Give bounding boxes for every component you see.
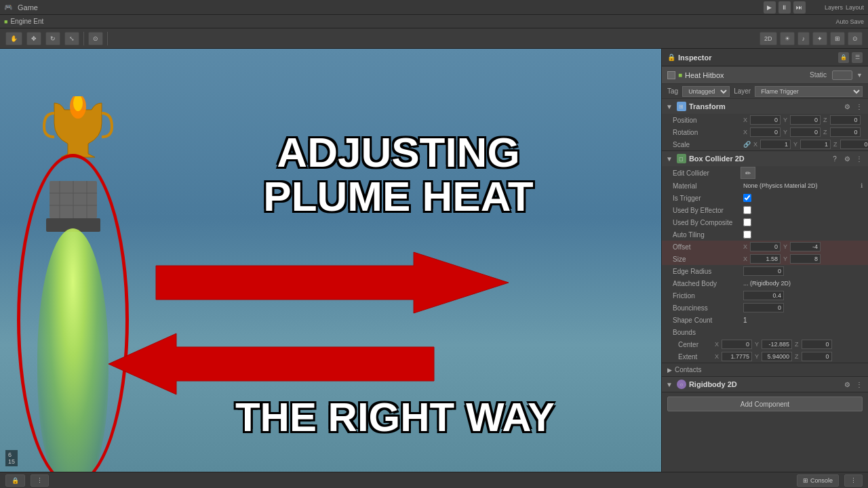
bounds-extent-y-input[interactable] <box>762 352 792 361</box>
tag-layer-row: Tag Untagged Layer Flame Trigger <box>662 84 868 99</box>
lock-btn[interactable]: 🔒 <box>5 474 25 487</box>
rot-z-axis: Z <box>823 129 827 136</box>
bounds-center-z-input[interactable] <box>802 340 832 349</box>
size-x-input[interactable] <box>750 254 781 264</box>
position-y-input[interactable] <box>790 115 821 125</box>
toolbar-scene-btn[interactable]: ⊞ <box>830 32 845 45</box>
position-z-input[interactable] <box>830 115 861 125</box>
rotation-z-input[interactable] <box>830 127 861 137</box>
rotation-label: Rotation <box>673 129 741 136</box>
rot-x-axis: X <box>743 129 747 136</box>
trophy-svg <box>41 96 115 184</box>
add-component-btn[interactable]: Add Component <box>667 396 863 411</box>
game-icon: 🎮 <box>4 3 12 11</box>
transform-settings-btn[interactable]: ⚙ <box>842 102 852 111</box>
size-y-axis: Y <box>783 256 787 262</box>
rigidbody-more-btn[interactable]: ⋮ <box>854 380 864 389</box>
collider-more-btn[interactable]: ⋮ <box>854 154 864 163</box>
inspector-lock-icon[interactable]: 🔒 <box>838 52 849 63</box>
edge-radius-input[interactable] <box>743 266 784 276</box>
rotation-x-input[interactable] <box>750 127 781 137</box>
friction-label: Friction <box>673 292 741 300</box>
box-collider-header[interactable]: ▼ ◻ Box Collider 2D ? ⚙ ⋮ <box>662 151 868 166</box>
inspector-menu-icon[interactable]: ☰ <box>852 52 863 63</box>
used-by-effector-row: Used By Effector <box>662 204 868 216</box>
used-by-composite-checkbox[interactable] <box>743 218 751 226</box>
svg-marker-9 <box>156 252 509 313</box>
collider-question-btn[interactable]: ? <box>830 154 840 163</box>
toolbar-gizmo-btn[interactable]: ⊙ <box>848 32 863 45</box>
offset-y-input[interactable] <box>790 242 821 251</box>
top-bar-title: Game <box>18 3 38 12</box>
size-y-input[interactable] <box>790 254 821 264</box>
game-view: ADJUSTING PLUME HEAT THE RIGHT WAY 6 15 <box>0 49 661 472</box>
rotation-y-input[interactable] <box>790 127 821 137</box>
is-trigger-label: Is Trigger <box>673 195 741 202</box>
toolbar-pivot-btn[interactable]: ⊙ <box>88 32 103 45</box>
step-btn[interactable]: ⏭ <box>793 1 806 14</box>
top-bar: 🎮 Game ▶ ⏸ ⏭ Layers Layout <box>0 0 868 15</box>
transform-header[interactable]: ▼ ⊞ Transform ⚙ ⋮ <box>662 99 868 114</box>
toolbar-move-btn[interactable]: ✥ <box>26 32 41 45</box>
toolbar-audio-btn[interactable]: ♪ <box>797 32 810 45</box>
toolbar-sep-2 <box>107 32 108 45</box>
position-row: Position X Y Z <box>662 114 868 126</box>
toolbar-rotate-btn[interactable]: ↻ <box>45 32 60 45</box>
menu-btn[interactable]: ⋮ <box>31 474 49 487</box>
toolbar-fx-btn[interactable]: ✦ <box>812 32 827 45</box>
console-btn[interactable]: ⊞ Console <box>797 474 839 487</box>
scale-link-icon: 🔗 <box>743 141 751 148</box>
play-btn[interactable]: ▶ <box>764 1 776 14</box>
used-by-composite-label: Used By Composite <box>673 219 741 226</box>
bottom-more-btn[interactable]: ⋮ <box>844 474 863 487</box>
bounds-center-y-input[interactable] <box>762 340 792 349</box>
attached-body-label: Attached Body <box>673 280 741 287</box>
tag-dropdown[interactable]: Untagged <box>682 86 730 97</box>
toolbar-2d-btn[interactable]: 2D <box>760 32 777 45</box>
scale-values: 🔗 X Y Z <box>743 140 868 149</box>
edge-radius-row: Edge Radius <box>662 265 868 277</box>
rigidbody-header[interactable]: ▼ ○ Rigidbody 2D ⚙ ⋮ <box>662 377 868 392</box>
toolbar-light-btn[interactable]: ☀ <box>780 32 795 45</box>
toolbar-hand-btn[interactable]: ✋ <box>5 32 22 45</box>
is-trigger-checkbox[interactable] <box>743 194 751 202</box>
static-toggle[interactable] <box>832 70 852 80</box>
friction-input[interactable] <box>743 291 784 300</box>
collider-arrow-icon: ▼ <box>666 155 673 163</box>
bounds-center-label: Center <box>678 341 712 348</box>
scale-y-input[interactable] <box>800 140 831 149</box>
object-active-checkbox[interactable] <box>667 71 675 79</box>
rigidbody-arrow-icon: ▼ <box>666 381 673 388</box>
contacts-arrow-icon: ▶ <box>667 367 672 373</box>
offset-values: X Y <box>743 242 863 251</box>
bounciness-row: Bounciness <box>662 302 868 314</box>
size-values: X Y <box>743 254 863 264</box>
edit-collider-btn[interactable]: ✏ <box>741 167 755 179</box>
offset-x-input[interactable] <box>750 242 781 251</box>
used-by-effector-checkbox[interactable] <box>743 206 751 214</box>
auto-tiling-checkbox[interactable] <box>743 230 751 239</box>
toolbar-scale-btn[interactable]: ⤡ <box>64 32 79 45</box>
attached-body-value: ... (Rigidbody 2D) <box>743 280 863 287</box>
layer-dropdown[interactable]: Flame Trigger <box>755 86 863 97</box>
bounds-center-x-input[interactable] <box>722 340 752 349</box>
scale-z-input[interactable] <box>840 140 868 149</box>
bounds-extent-x-input[interactable] <box>722 352 752 361</box>
contacts-row[interactable]: ▶ Contacts <box>662 363 868 377</box>
bounciness-input[interactable] <box>743 303 784 312</box>
position-x-input[interactable] <box>750 115 781 125</box>
rigidbody-settings-btn[interactable]: ⚙ <box>842 380 852 389</box>
scale-x-input[interactable] <box>760 140 791 149</box>
size-label: Size <box>673 256 741 263</box>
toolbar-right: 2D ☀ ♪ ✦ ⊞ ⊙ <box>760 32 863 45</box>
collider-settings-btn[interactable]: ⚙ <box>842 154 852 163</box>
rigidbody-icon: ○ <box>677 380 686 389</box>
object-row: ■ Heat Hitbox Static ▼ <box>662 66 868 84</box>
add-component-row: Add Component <box>662 392 868 415</box>
main-text-bottom: THE RIGHT WAY <box>136 397 654 438</box>
pause-btn[interactable]: ⏸ <box>778 1 791 14</box>
bounds-extent-z-input[interactable] <box>802 352 832 361</box>
scale-z-axis: Z <box>833 141 837 148</box>
transform-more-btn[interactable]: ⋮ <box>854 102 864 111</box>
shape-count-value: 1 <box>743 317 747 324</box>
